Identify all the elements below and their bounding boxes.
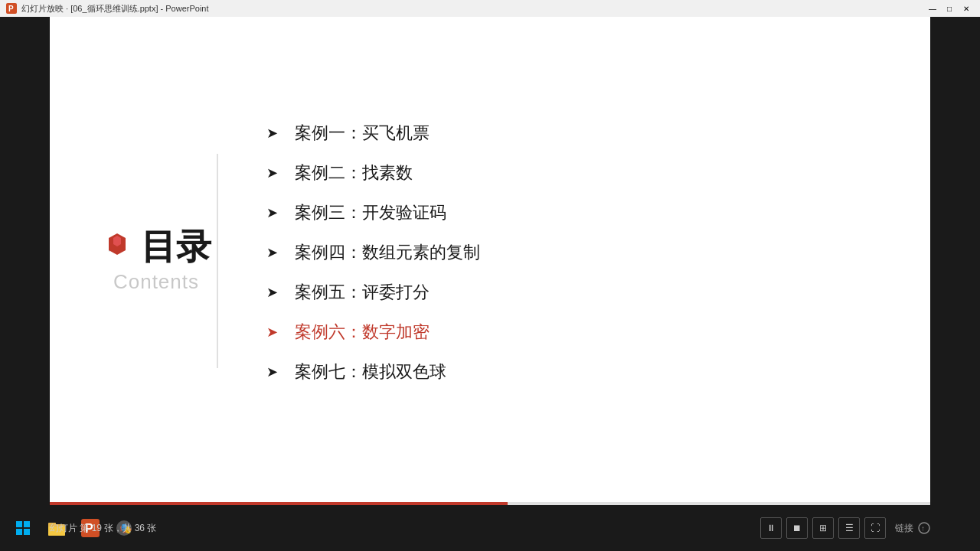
bullet-icon-3: ➤	[264, 204, 279, 221]
playback-controls[interactable]: ⏸ ⏹ ⊞ ☰ ⛶ 链接 ↑	[760, 505, 930, 551]
close-button[interactable]: ✕	[959, 2, 974, 15]
list-item-text-3: 案例三：开发验证码	[295, 201, 446, 224]
minimize-button[interactable]: —	[925, 2, 940, 15]
svg-marker-4	[113, 236, 121, 246]
list-item-text-7: 案例七：模拟双色球	[295, 360, 446, 383]
slide-content: 目录 Contents ➤案例一：买飞机票➤案例二：找素数➤案例三：开发验证码➤…	[50, 17, 930, 505]
list-item-text-4: 案例四：数组元素的复制	[295, 241, 480, 264]
windows-icon	[16, 521, 30, 535]
titlebar-controls[interactable]: — □ ✕	[925, 2, 974, 15]
svg-rect-8	[24, 529, 30, 535]
connection-icon: ↑	[918, 522, 930, 534]
bullet-icon-2: ➤	[264, 165, 279, 181]
left-bar	[0, 17, 50, 505]
slide-info: 幻灯片 第 19 张，共 36 张	[50, 505, 156, 551]
svg-text:↑: ↑	[921, 524, 925, 533]
sub-title: Contents	[113, 270, 199, 294]
left-section: 目录 Contents	[65, 154, 218, 368]
list-item-2: ➤案例二：找素数	[264, 161, 900, 184]
list-item-1: ➤案例一：买飞机票	[264, 122, 900, 145]
list-item-7: ➤案例七：模拟双色球	[264, 360, 900, 383]
titlebar-left: P 幻灯片放映 · [06_循环思维训练.pptx] - PowerPoint	[6, 3, 209, 15]
list-item-3: ➤案例三：开发验证码	[264, 201, 900, 224]
list-item-text-5: 案例五：评委打分	[295, 281, 430, 304]
grid-view-button[interactable]: ⊞	[812, 517, 834, 539]
right-bar	[930, 17, 980, 505]
list-item-5: ➤案例五：评委打分	[264, 281, 900, 304]
stop-button[interactable]: ⏹	[786, 517, 808, 539]
windows-start-button[interactable]	[8, 513, 38, 543]
right-section: ➤案例一：买飞机票➤案例二：找素数➤案例三：开发验证码➤案例四：数组元素的复制➤…	[218, 122, 930, 400]
list-item-text-2: 案例二：找素数	[295, 161, 413, 184]
main-title: 目录	[141, 229, 211, 264]
bullet-icon-1: ➤	[264, 125, 279, 142]
hexagon-logo-icon	[101, 230, 133, 262]
bullet-icon-6: ➤	[264, 324, 279, 341]
connection-label: 链接	[895, 522, 913, 535]
title-bar: P 幻灯片放映 · [06_循环思维训练.pptx] - PowerPoint …	[0, 0, 980, 17]
slide-area: 目录 Contents ➤案例一：买飞机票➤案例二：找素数➤案例三：开发验证码➤…	[50, 17, 930, 505]
svg-rect-7	[16, 529, 22, 535]
bullet-icon-4: ➤	[264, 244, 279, 261]
window-title: 幻灯片放映 · [06_循环思维训练.pptx] - PowerPoint	[21, 3, 209, 15]
list-item-text-6: 案例六：数字加密	[295, 321, 430, 344]
list-item-text-1: 案例一：买飞机票	[295, 122, 430, 145]
maximize-button[interactable]: □	[942, 2, 957, 15]
powerpoint-icon: P	[6, 3, 17, 14]
svg-rect-6	[24, 521, 30, 527]
bullet-icon-5: ➤	[264, 284, 279, 301]
list-item-6: ➤案例六：数字加密	[264, 321, 900, 344]
logo-title-row: 目录	[101, 229, 211, 264]
bullet-icon-7: ➤	[264, 364, 279, 380]
svg-rect-5	[16, 521, 22, 527]
play-pause-button[interactable]: ⏸	[760, 517, 782, 539]
zoom-button[interactable]: ⛶	[864, 517, 886, 539]
svg-text:P: P	[8, 5, 14, 13]
list-item-4: ➤案例四：数组元素的复制	[264, 241, 900, 264]
slide-list-button[interactable]: ☰	[838, 517, 860, 539]
slide-number-text: 幻灯片 第 19 张，共 36 张	[50, 522, 156, 535]
